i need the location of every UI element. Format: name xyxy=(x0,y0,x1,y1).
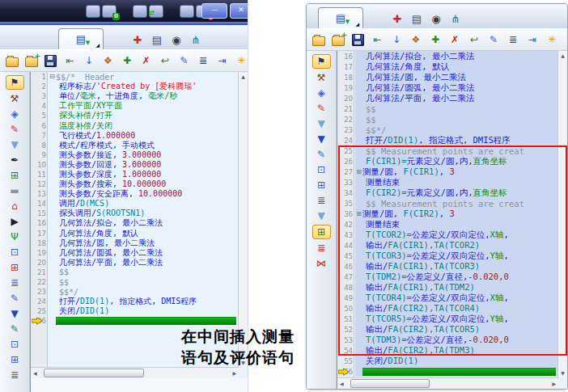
code-line-36[interactable]: 36⊞测量/圆, F(CIR2), 3 xyxy=(337,209,557,219)
code-line-45[interactable]: 45T(TCOR3)=公差定义/双向定位,Y轴, xyxy=(337,251,557,261)
scroll-up-icon[interactable]: ▲ xyxy=(561,53,565,58)
code-line-20[interactable]: 20几何算法/平面, 最小二乘法 xyxy=(337,93,557,103)
code-line-44[interactable]: 44输出/FA(CIR1),TA(TCOR2) xyxy=(337,240,557,251)
code-line-16[interactable]: 16几何算法/拟合, 最小二乘法 xyxy=(337,51,557,61)
scrollbar-thumb[interactable] xyxy=(350,379,430,388)
fold-toggle-icon[interactable]: ⊞ xyxy=(355,211,362,217)
code-line-21[interactable]: 21$$ xyxy=(31,268,238,277)
align-axes-icon[interactable]: Ψ xyxy=(6,230,23,243)
screen-add-icon[interactable]: ⊞ xyxy=(6,353,23,366)
syntax-highlight-icon[interactable]: ✳ xyxy=(545,33,558,46)
plane-tool-icon[interactable]: ▬ xyxy=(6,184,23,197)
expand-edit-icon[interactable]: ▼ xyxy=(313,133,330,145)
add-line-icon[interactable]: ✚ xyxy=(429,33,442,46)
code-line-42[interactable]: 42测量结束 xyxy=(337,219,557,230)
code-line-26[interactable]: 26F(CIR1)=元素定义/圆,内,直角坐标 xyxy=(337,156,557,166)
close-button[interactable]: ✕ xyxy=(230,3,248,19)
mirror-program-icon[interactable]: ⋈ xyxy=(313,257,330,270)
open-program-icon[interactable] xyxy=(6,54,19,67)
scroll-down-icon[interactable]: ▼ xyxy=(561,370,565,376)
tab-camera[interactable]: ◉ xyxy=(167,31,186,49)
code-line-33[interactable]: 33测量结束 xyxy=(337,177,557,188)
expand-tools-icon[interactable]: ▼ xyxy=(6,138,23,151)
code-line-51[interactable]: 51T(TCOR5)=公差定义/双向定位,Y轴, xyxy=(337,314,557,324)
code-line-18[interactable]: 18几何算法/圆, 最小二乘法 xyxy=(337,72,557,82)
code-line-25[interactable]: 25关闭/DID(1) xyxy=(31,306,238,316)
edit-line-icon[interactable]: ✎ xyxy=(178,54,191,67)
tab-probe-manager[interactable]: ⋔ xyxy=(446,10,465,28)
expand-insert-icon[interactable]: ▼ xyxy=(313,209,330,222)
tab-probe-manager[interactable]: ⋔ xyxy=(186,31,206,49)
code-line-27[interactable]: 27⊞测量/圆, F(CIR1), 3 xyxy=(337,166,557,177)
code-line-20[interactable]: 20几何算法/平面, 最小二乘法 xyxy=(31,258,238,268)
auto-run-icon[interactable]: ▶ xyxy=(6,215,23,228)
scrollbar-thumb[interactable] xyxy=(44,369,144,377)
copy-feature-icon[interactable]: ⊞ xyxy=(6,261,23,274)
edit-line-icon[interactable]: ✎ xyxy=(487,33,500,46)
code-line-22[interactable]: 22$$ xyxy=(337,114,557,124)
insert-move-icon[interactable]: ⊞ xyxy=(6,169,23,182)
code-line-17[interactable]: 17几何算法/角度, 默认 xyxy=(337,61,557,72)
probe-list-icon[interactable]: ≣ xyxy=(313,194,330,207)
tab-camera[interactable]: ◉ xyxy=(426,10,446,28)
erase-feature-icon[interactable]: ◈ xyxy=(6,107,23,120)
code-line-53[interactable]: 53T(TDM3)=公差定义/直径,-0.020,0 xyxy=(337,335,557,345)
pin-program-window-icon[interactable]: ⚑ xyxy=(312,54,331,69)
import-lines-icon[interactable]: ↩ xyxy=(468,33,481,46)
code-line-35[interactable]: 35$$ Measurement points are creat xyxy=(337,198,557,209)
code-line-50[interactable]: 50输出/FA(CIR2),TA(TCOR4) xyxy=(337,303,557,314)
open-insert-program-icon[interactable] xyxy=(25,54,38,67)
probe-position-compare-icon[interactable]: 0 xyxy=(86,5,117,18)
code-line-46[interactable]: 46输出/FA(CIR1),TA(TCOR3) xyxy=(337,261,557,272)
probe-ink-icon[interactable]: ✒ xyxy=(6,154,23,166)
left-vertical-scrollbar[interactable]: ▲ ▼ xyxy=(238,72,248,367)
fold-toggle-icon[interactable]: ⊟ xyxy=(49,74,56,80)
code-line-52[interactable]: 52输出/FA(CIR2),TA(TCOR5) xyxy=(337,324,557,335)
code-line-55[interactable]: 55关闭/DID(1) xyxy=(337,356,557,366)
screen-add-icon[interactable]: ⊞ xyxy=(313,179,330,192)
code-line-21[interactable]: 21$$ xyxy=(337,103,557,114)
save-program-icon[interactable] xyxy=(351,33,364,46)
pause-hand-icon[interactable]: ❖ xyxy=(102,54,115,67)
code-line-49[interactable]: 49T(TCOR4)=公差定义/双向定位,X轴, xyxy=(337,293,557,303)
save-program-icon[interactable] xyxy=(45,54,57,67)
edit-program-icon[interactable]: ✎ xyxy=(6,292,23,305)
import-lines-icon[interactable]: ↩ xyxy=(159,54,172,67)
program-tree-icon[interactable]: ≣ xyxy=(197,54,210,67)
insert-line-before-icon[interactable]: ⇤ xyxy=(64,54,77,67)
expand-tools-icon[interactable]: ▼ xyxy=(313,117,330,130)
code-line-24[interactable]: 24打开/DID(1), 指定格式, DMIS程序 xyxy=(337,135,557,145)
right-vertical-scrollbar[interactable]: ▲ ▼ xyxy=(557,51,567,377)
code-line-47[interactable]: 47T(TDM2)=公差定义/直径,-0.020,0 xyxy=(337,272,557,282)
probe-list-icon[interactable]: ≣ xyxy=(6,369,23,381)
insert-feature-icon[interactable]: ⚒ xyxy=(6,92,23,105)
machine-home-icon[interactable]: ⌂ xyxy=(6,200,23,213)
edit-program-icon[interactable]: ✎ xyxy=(313,148,330,161)
grid-feature-icon[interactable]: ⊡ xyxy=(6,246,23,259)
expand-edit-icon[interactable]: ▼ xyxy=(6,307,23,320)
program-tree-icon[interactable]: ≣ xyxy=(507,33,519,46)
goto-line-icon[interactable]: ↓ xyxy=(390,33,403,46)
goto-line-icon[interactable]: ↓ xyxy=(83,54,95,67)
add-line-icon[interactable]: ✚ xyxy=(121,54,134,67)
scroll-left-icon[interactable]: ◀ xyxy=(33,370,37,376)
minimize-button[interactable]: — xyxy=(201,3,227,19)
tab-program-list[interactable]: ▤ xyxy=(407,10,426,28)
edit-feature-icon[interactable]: ✎ xyxy=(313,102,330,115)
scroll-right-icon[interactable]: ▶ xyxy=(232,370,236,376)
left-horizontal-scrollbar[interactable]: ◀ ▶ xyxy=(31,367,239,378)
scroll-right-icon[interactable]: ▶ xyxy=(552,381,556,386)
pin-program-window-icon[interactable]: ⚑ xyxy=(6,75,24,90)
scroll-left-icon[interactable]: ◀ xyxy=(340,381,344,386)
screen-view-icon[interactable]: ⊡ xyxy=(313,163,330,176)
code-line-23[interactable]: 23$$*/ xyxy=(337,124,557,135)
insert-line-before-icon[interactable]: ⇤ xyxy=(371,33,384,46)
code-line-54[interactable]: 54输出/FA(CIR2),TA(TDM3) xyxy=(337,345,557,356)
tab-program-list[interactable]: ▤ xyxy=(147,31,167,49)
open-program-icon[interactable] xyxy=(312,33,325,46)
edit-feature-icon[interactable]: ✎ xyxy=(6,123,23,136)
fold-toggle-icon[interactable]: ⊞ xyxy=(355,169,362,175)
window-layout-switch-icon[interactable]: ⇄ xyxy=(133,5,163,18)
program-lines-icon[interactable]: ≣ xyxy=(6,276,23,289)
tab-program-editor[interactable]: ▤▼◢ xyxy=(318,7,363,28)
